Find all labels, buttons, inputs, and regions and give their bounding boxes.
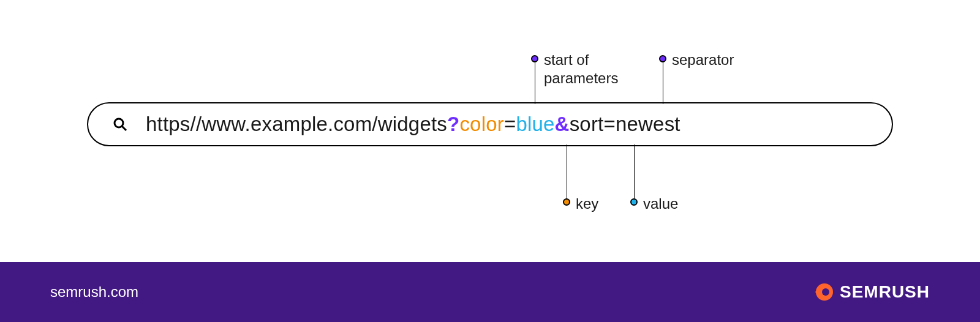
annotation-line-separator bbox=[663, 59, 663, 104]
url-key: color bbox=[459, 113, 504, 135]
annotation-line-start bbox=[535, 59, 535, 104]
url-start-marker: ? bbox=[447, 113, 459, 135]
annotation-label-separator: separator bbox=[672, 51, 734, 69]
annotation-dot-separator bbox=[659, 55, 666, 62]
annotation-dot-key bbox=[563, 198, 570, 206]
svg-line-1 bbox=[123, 127, 127, 131]
search-icon bbox=[113, 117, 127, 132]
url-bar: https//www.example.com/widgets?color=blu… bbox=[87, 102, 893, 146]
annotation-label-key: key bbox=[576, 195, 598, 213]
brand-text: SEMRUSH bbox=[840, 282, 930, 302]
annotation-dot-start bbox=[531, 55, 538, 62]
svg-point-0 bbox=[115, 119, 123, 127]
flame-icon bbox=[813, 282, 834, 302]
url-separator: & bbox=[555, 113, 570, 135]
url-text: https//www.example.com/widgets?color=blu… bbox=[146, 113, 680, 136]
svg-point-3 bbox=[822, 288, 829, 296]
brand: SEMRUSH bbox=[813, 282, 930, 302]
annotation-line-key bbox=[567, 144, 567, 201]
annotation-dot-value bbox=[630, 198, 638, 206]
diagram-canvas: https//www.example.com/widgets?color=blu… bbox=[0, 0, 980, 262]
url-eq: = bbox=[504, 113, 516, 135]
annotation-line-value bbox=[634, 144, 635, 201]
footer: semrush.com SEMRUSH bbox=[0, 262, 980, 322]
annotation-label-value: value bbox=[643, 195, 678, 213]
url-base: https//www.example.com/widgets bbox=[146, 113, 447, 135]
url-rest: sort=newest bbox=[570, 113, 680, 135]
annotation-label-start: start of parameters bbox=[544, 51, 618, 88]
footer-domain: semrush.com bbox=[50, 283, 138, 301]
url-value: blue bbox=[516, 113, 554, 135]
